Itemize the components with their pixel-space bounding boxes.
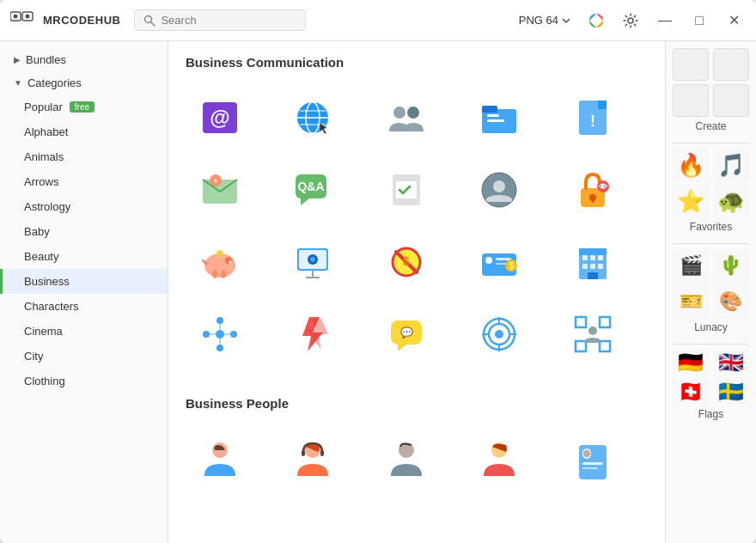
flags-label: Flags: [673, 408, 749, 420]
svg-rect-109: [582, 467, 598, 469]
flag-switzerland[interactable]: 🇨🇭: [673, 379, 709, 405]
search-input[interactable]: [161, 14, 290, 27]
svg-rect-69: [598, 255, 603, 260]
section-business-comm: Business Communication: [168, 41, 665, 76]
favorites-label: Favorites: [673, 221, 749, 233]
flags-grid: 🇩🇪 🇬🇧 🇨🇭 🇸🇪: [673, 350, 749, 405]
search-bar[interactable]: [134, 9, 306, 31]
create-cell-3: [673, 84, 709, 117]
icon-person2[interactable]: [278, 424, 347, 493]
minimize-button[interactable]: —: [653, 9, 677, 33]
sidebar-item-cinema[interactable]: Cinema: [0, 319, 168, 344]
icon-lock[interactable]: 👁: [558, 156, 627, 224]
icon-person4[interactable]: [465, 424, 533, 493]
svg-text:$: $: [509, 261, 514, 271]
fav-star[interactable]: ⭐: [673, 185, 709, 217]
icon-business-card[interactable]: $: [465, 228, 533, 296]
svg-point-90: [495, 330, 503, 339]
business-people-grid: [168, 418, 665, 507]
icon-id-card[interactable]: [558, 424, 627, 493]
sidebar-item-astrology[interactable]: Astrology: [0, 194, 168, 219]
svg-point-75: [203, 331, 210, 338]
icon-presentation[interactable]: [278, 228, 347, 296]
flag-uk[interactable]: 🇬🇧: [713, 350, 749, 375]
fav-music[interactable]: 🎵: [713, 149, 749, 181]
maximize-button[interactable]: □: [687, 9, 711, 33]
sidebar-item-arrows[interactable]: Arrows: [0, 169, 168, 194]
svg-text:!: !: [590, 113, 595, 130]
sidebar-item-beauty[interactable]: Beauty: [0, 244, 168, 269]
svg-rect-72: [598, 264, 603, 269]
fav-turtle[interactable]: 🐢: [713, 185, 749, 217]
icon-globe[interactable]: [278, 83, 347, 152]
icon-checklist[interactable]: [372, 156, 441, 224]
sidebar-item-animals[interactable]: Animals: [0, 144, 168, 169]
icon-network[interactable]: [186, 300, 254, 369]
content-area: Business Communication @: [168, 41, 665, 543]
icon-speech-bubble[interactable]: 💬: [372, 300, 441, 369]
icon-chat-folder[interactable]: [465, 83, 533, 152]
icon-no-money[interactable]: $: [372, 228, 441, 296]
svg-rect-21: [487, 114, 499, 117]
icon-building[interactable]: [558, 228, 627, 296]
svg-point-3: [26, 14, 30, 18]
svg-text:+: +: [213, 176, 218, 186]
icon-lightning[interactable]: [278, 300, 347, 369]
sidebar-item-business[interactable]: Business: [0, 269, 168, 294]
close-button[interactable]: ✕: [722, 9, 746, 33]
app-window: MRCODEHUB PNG 64: [0, 0, 756, 543]
section-business-people: Business People: [168, 382, 665, 418]
sidebar-item-popular[interactable]: Popular free: [0, 95, 168, 119]
svg-rect-60: [485, 257, 492, 264]
svg-rect-68: [590, 255, 595, 260]
color-wheel-button[interactable]: [584, 9, 608, 33]
svg-point-46: [229, 261, 232, 264]
sidebar-item-characters[interactable]: Characters: [0, 294, 168, 319]
sidebar-item-city[interactable]: City: [0, 344, 168, 369]
svg-point-76: [230, 331, 237, 338]
icon-email[interactable]: @: [186, 83, 254, 152]
svg-rect-102: [302, 450, 305, 456]
icon-profile[interactable]: [465, 156, 533, 224]
flag-sweden[interactable]: 🇸🇪: [713, 379, 749, 405]
svg-rect-103: [320, 450, 324, 456]
sidebar-categories[interactable]: ▼ Categories: [0, 71, 168, 95]
icon-qa-chat[interactable]: Q&A: [278, 156, 347, 224]
icon-target[interactable]: [465, 300, 533, 369]
lunacy-palette[interactable]: 🎨: [713, 285, 749, 318]
business-comm-grid: @: [168, 76, 665, 382]
svg-rect-67: [582, 255, 588, 260]
icon-team[interactable]: [372, 83, 441, 152]
svg-point-42: [204, 253, 235, 278]
svg-point-54: [310, 257, 315, 262]
chevron-down-icon: [562, 18, 570, 23]
icon-document-alert[interactable]: !: [558, 83, 627, 152]
icon-person1[interactable]: [186, 424, 254, 493]
logo-icon: [10, 10, 38, 31]
sidebar-item-baby[interactable]: Baby: [0, 219, 168, 244]
svg-rect-62: [496, 263, 506, 265]
divider-2: [673, 243, 749, 244]
svg-rect-70: [582, 264, 588, 269]
svg-point-44: [212, 270, 217, 278]
svg-rect-66: [579, 248, 607, 255]
sidebar-item-alphabet[interactable]: Alphabet: [0, 119, 168, 144]
lunacy-section: 🎬 🌵 🎫 🎨 Lunacy: [673, 249, 749, 333]
gear-icon: [623, 13, 638, 28]
title-bar: MRCODEHUB PNG 64: [0, 0, 756, 41]
icon-piggy-bank[interactable]: $: [186, 228, 254, 296]
lunacy-camera[interactable]: 🎬: [673, 249, 709, 282]
sidebar-bundles[interactable]: ▶ Bundles: [0, 48, 168, 71]
icon-face-scan[interactable]: [558, 300, 627, 369]
flag-germany[interactable]: 🇩🇪: [673, 350, 709, 375]
icon-envelope[interactable]: +: [186, 156, 254, 224]
create-cell-2: [713, 48, 749, 81]
fav-fire[interactable]: 🔥: [673, 149, 709, 181]
icon-person3[interactable]: [372, 424, 441, 493]
settings-button[interactable]: [619, 9, 643, 33]
sidebar-item-clothing[interactable]: Clothing: [0, 369, 168, 394]
svg-point-110: [583, 450, 590, 457]
lunacy-ticket[interactable]: 🎫: [673, 285, 709, 318]
lunacy-cactus[interactable]: 🌵: [713, 249, 749, 282]
format-selector[interactable]: PNG 64: [519, 14, 570, 27]
